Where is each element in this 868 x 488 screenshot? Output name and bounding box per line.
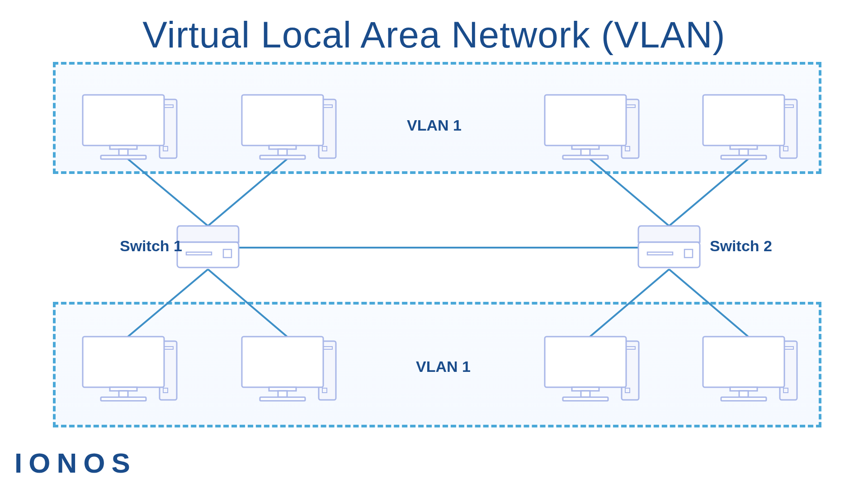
brand-logo: IONOS	[14, 447, 137, 479]
vlan-bottom-label: VLAN 1	[416, 358, 471, 375]
switch-icon	[638, 226, 700, 267]
switch2-label: Switch 2	[710, 237, 772, 255]
vlan-top-label: VLAN 1	[407, 117, 462, 134]
switch1-label: Switch 1	[120, 237, 182, 255]
diagram-title: Virtual Local Area Network (VLAN)	[0, 14, 868, 56]
switch-icon	[177, 226, 239, 267]
